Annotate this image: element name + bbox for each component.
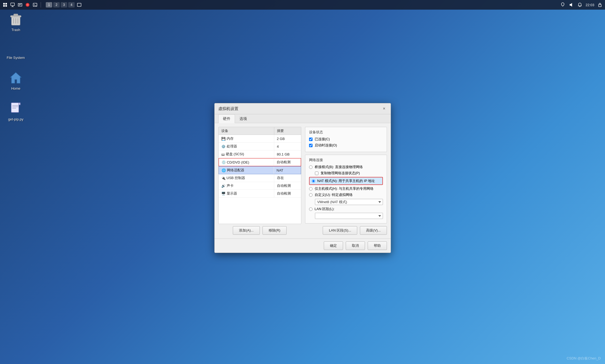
device-name-processor: ⚙️ 处理器	[219, 143, 274, 150]
hostonly-option[interactable]: 仅主机模式(H): 与主机共享的专用网络	[309, 186, 383, 191]
device-summary-processor: 4	[274, 143, 301, 150]
lan-segment-button[interactable]: LAN 区段(S)...	[323, 226, 357, 235]
device-summary-memory: 2 GB	[274, 135, 301, 142]
connected-label: 已连接(C)	[315, 137, 330, 142]
vmnet-dropdown-row: VMnet8 (NAT 模式)	[315, 199, 383, 205]
device-status-section: 设备状态 已连接(C) 启动时连接(O)	[305, 127, 387, 152]
dialog-backdrop: 虚拟机设置 × 硬件 选项 设备 摘要 💾	[0, 0, 605, 364]
nat-radio[interactable]	[312, 179, 315, 183]
device-row-memory[interactable]: 💾 内存 2 GB	[219, 135, 301, 143]
device-name-usb: 🔌 USB 控制器	[219, 174, 274, 182]
lan-dropdown-row	[315, 213, 383, 219]
device-row-display[interactable]: 🖥️ 显示器 自动检测	[219, 190, 301, 198]
bridge-radio[interactable]	[309, 165, 313, 169]
device-summary-cddvd: 自动检测	[274, 158, 301, 166]
nat-option-container: NAT 模式(N): 用于共享主机的 IP 地址	[309, 177, 383, 185]
vmnet-dropdown[interactable]: VMnet8 (NAT 模式)	[315, 199, 383, 205]
bridge-option[interactable]: 桥接模式(B): 直接连接物理网络	[309, 165, 383, 169]
connect-on-start-option[interactable]: 启动时连接(O)	[309, 143, 383, 148]
device-row-harddisk[interactable]: 🖴 硬盘 (SCSI) 80.1 GB	[219, 150, 301, 158]
lan-label: LAN 区段(L):	[315, 207, 334, 211]
device-name-memory: 💾 内存	[219, 135, 274, 142]
col-device-label: 设备	[219, 127, 274, 135]
network-connection-title: 网络连接	[309, 158, 383, 162]
dialog-title: 虚拟机设置	[218, 106, 238, 111]
add-device-button[interactable]: 添加(A)...	[233, 226, 260, 235]
cancel-button[interactable]: 取消	[346, 241, 365, 250]
device-panel: 设备 摘要 💾 内存 2 GB ⚙️	[218, 127, 301, 235]
custom-label: 自定义(U): 特定虚拟网络	[315, 192, 353, 197]
device-table-header: 设备 摘要	[219, 127, 301, 135]
device-name-network: 🌐 网络适配器	[219, 166, 274, 174]
device-summary-harddisk: 80.1 GB	[274, 151, 301, 158]
nat-option[interactable]: NAT 模式(N): 用于共享主机的 IP 地址	[309, 177, 383, 185]
connected-option[interactable]: 已连接(C)	[309, 137, 383, 142]
device-buttons: 添加(A)... 移除(R)	[218, 226, 301, 235]
custom-radio[interactable]	[309, 193, 313, 197]
device-row-cddvd[interactable]: 💿 CD/DVD (IDE) 自动检测	[219, 158, 301, 166]
device-name-harddisk: 🖴 硬盘 (SCSI)	[219, 150, 274, 158]
device-name-display: 🖥️ 显示器	[219, 190, 274, 197]
connect-on-start-label: 启动时连接(O)	[315, 143, 337, 148]
device-row-usb[interactable]: 🔌 USB 控制器 存在	[219, 174, 301, 182]
connected-checkbox[interactable]	[309, 138, 313, 141]
device-name-sound: 🔊 声卡	[219, 182, 274, 189]
ok-button[interactable]: 确定	[324, 241, 343, 250]
right-bottom-buttons: LAN 区段(S)... 高级(V)...	[305, 226, 387, 235]
device-row-network[interactable]: 🌐 网络适配器 NAT	[219, 166, 301, 174]
bridge-label: 桥接模式(B): 直接连接物理网络	[315, 165, 363, 169]
tab-options[interactable]: 选项	[235, 114, 252, 123]
remove-device-button[interactable]: 移除(R)	[262, 226, 287, 235]
replicate-label: 复制物理网络连接状态(P)	[321, 171, 360, 176]
nat-label: NAT 模式(N): 用于共享主机的 IP 地址	[317, 179, 375, 183]
custom-option[interactable]: 自定义(U): 特定虚拟网络	[309, 192, 383, 197]
device-summary-sound: 自动检测	[274, 182, 301, 189]
lan-radio[interactable]	[309, 207, 313, 211]
device-row-sound[interactable]: 🔊 声卡 自动检测	[219, 182, 301, 190]
dialog-tabs: 硬件 选项	[215, 114, 391, 123]
device-summary-usb: 存在	[274, 174, 301, 182]
col-summary-label: 摘要	[274, 127, 301, 135]
device-status-title: 设备状态	[309, 130, 383, 135]
device-summary-network: NAT	[274, 167, 301, 174]
lan-option[interactable]: LAN 区段(L):	[309, 207, 383, 211]
network-connection-section: 网络连接 桥接模式(B): 直接连接物理网络 复制物理网络连接状态(P)	[305, 155, 387, 223]
dialog-body: 设备 摘要 💾 内存 2 GB ⚙️	[215, 123, 391, 238]
connect-on-start-checkbox[interactable]	[309, 144, 313, 147]
vm-settings-dialog: 虚拟机设置 × 硬件 选项 设备 摘要 💾	[214, 103, 391, 253]
advanced-button[interactable]: 高级(V)...	[360, 226, 387, 235]
device-name-cddvd: 💿 CD/DVD (IDE)	[219, 159, 274, 166]
tab-hardware[interactable]: 硬件	[218, 114, 235, 123]
device-table: 设备 摘要 💾 内存 2 GB ⚙️	[218, 127, 301, 224]
replicate-checkbox[interactable]	[315, 172, 318, 175]
settings-panel: 设备状态 已连接(C) 启动时连接(O) 网络连接	[305, 127, 387, 235]
lan-dropdown[interactable]	[315, 213, 383, 219]
help-button[interactable]: 帮助	[368, 241, 387, 250]
device-row-processor[interactable]: ⚙️ 处理器 4	[219, 143, 301, 150]
dialog-footer: 确定 取消 帮助	[215, 238, 391, 253]
hostonly-radio[interactable]	[309, 187, 313, 191]
dialog-titlebar: 虚拟机设置 ×	[215, 103, 391, 114]
dialog-close-button[interactable]: ×	[382, 106, 387, 111]
device-summary-display: 自动检测	[274, 190, 301, 197]
hostonly-label: 仅主机模式(H): 与主机共享的专用网络	[315, 186, 374, 191]
replicate-option[interactable]: 复制物理网络连接状态(P)	[315, 171, 383, 176]
